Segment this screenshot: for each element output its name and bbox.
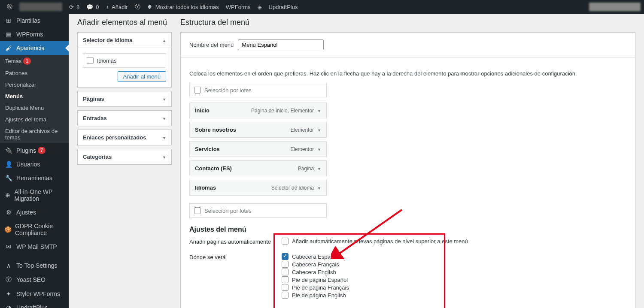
arrow-up-icon: ∧ — [4, 262, 13, 269]
add-new[interactable]: +Añadir — [102, 0, 131, 14]
metabox-head-categorias[interactable]: Categorías — [78, 149, 171, 164]
bulk-select-top: Selección por lotes — [189, 83, 327, 97]
idiomas-checkbox[interactable] — [87, 57, 94, 64]
menu-item-title: Inicio — [195, 107, 210, 114]
wp-logo[interactable]: ⓦ — [3, 0, 16, 14]
admin-sidebar: ⊞Plantillas ▤WPForms 🖌Apariencia Temas1 … — [0, 14, 69, 308]
brush-icon: 🖌 — [4, 45, 13, 51]
menu-item[interactable]: Sobre nosotrosElementor — [189, 122, 327, 138]
sidebar-label: Menús — [5, 93, 23, 100]
sub-ajustes-tema[interactable]: Ajustes del tema — [0, 114, 69, 125]
sidebar-wpforms[interactable]: ▤WPForms — [0, 27, 69, 41]
chevron-down-icon — [159, 115, 166, 121]
forms-icon: ▤ — [4, 31, 13, 38]
location-option[interactable]: Cabecera Français — [282, 261, 626, 268]
sub-patrones[interactable]: Patrones — [0, 67, 69, 79]
templates-icon: ⊞ — [4, 17, 13, 24]
sidebar-ajustes[interactable]: ⚙Ajustes — [0, 205, 69, 219]
migration-icon: ⊕ — [4, 192, 11, 199]
menu-item[interactable]: ServiciosElementor — [189, 141, 327, 157]
toolbar-right — [589, 3, 641, 11]
metabox-head-enlaces[interactable]: Enlaces personalizados — [78, 130, 171, 145]
chevron-down-icon — [159, 96, 166, 102]
menu-item-title: Contacto (ES) — [195, 165, 232, 172]
menu-item[interactable]: InicioPágina de inicio, Elementor — [189, 103, 327, 118]
yoast-icon: Ⓨ — [4, 276, 13, 284]
location-checkbox[interactable] — [282, 276, 289, 283]
structure-title: Estructura del menú — [180, 18, 635, 27]
bulk-checkbox[interactable] — [194, 87, 201, 94]
settings-icon: ⚙ — [4, 209, 13, 216]
sub-duplicate[interactable]: Duplicate Menu — [0, 102, 69, 114]
users-icon: 👤 — [4, 161, 13, 168]
show-langs-label: Mostrar todos los idiomas — [155, 4, 219, 10]
comments[interactable]: 💬0 — [83, 0, 102, 14]
sidebar-migration[interactable]: ⊕All-in-One WP Migration — [0, 185, 69, 205]
location-checkbox[interactable] — [282, 253, 289, 260]
comment-icon: 💬 — [86, 4, 93, 10]
location-checkbox[interactable] — [282, 269, 289, 275]
auto-add-option[interactable]: Añadir automáticamente nuevas páginas de… — [282, 238, 626, 245]
yoast-toolbar[interactable]: Ⓨ — [131, 0, 144, 14]
sidebar-label: Editor de archivos de temas — [5, 128, 64, 141]
sub-menus[interactable]: Menús — [0, 91, 69, 102]
sidebar-label: Usuarios — [16, 161, 40, 168]
location-option[interactable]: Cabecera English — [282, 269, 626, 275]
location-option[interactable]: Pie de página Français — [282, 284, 626, 291]
refresh-icon: ⟳ — [69, 4, 74, 10]
sidebar-usuarios[interactable]: 👤Usuarios — [0, 157, 69, 171]
updates[interactable]: ⟳8 — [66, 0, 83, 14]
sidebar-styler[interactable]: ✦Styler WPForms — [0, 287, 69, 301]
auto-add-checkbox[interactable] — [282, 238, 289, 245]
sidebar-gdpr[interactable]: 🍪GDPR Cookie Compliance — [0, 219, 69, 240]
sidebar-label: Styler WPForms — [16, 290, 60, 297]
auto-add-text: Añadir automáticamente nuevas páginas de… — [292, 238, 468, 245]
location-label: Cabecera English — [292, 269, 336, 275]
menu-name-input[interactable] — [238, 39, 324, 50]
updraft-toolbar[interactable]: UpdraftPlus — [265, 0, 301, 14]
menu-item-type: Elementor — [290, 146, 321, 152]
instructions-text: Coloca los elementos en el orden que pre… — [189, 70, 626, 77]
sidebar-label: Ajustes del tema — [5, 116, 46, 123]
sub-editor[interactable]: Editor de archivos de temas — [0, 125, 69, 143]
cookie-icon: 🍪 — [4, 226, 12, 233]
lscache-toolbar[interactable]: ◈ — [254, 0, 265, 14]
sidebar-updraft[interactable]: ◑UpdraftPlus — [0, 301, 69, 308]
diamond-icon: ◈ — [258, 4, 262, 10]
sidebar-mailsmtp[interactable]: ✉WP Mail SMTP — [0, 240, 69, 254]
sub-personalizar[interactable]: Personalizar — [0, 79, 69, 91]
sidebar-label: Ajustes — [16, 209, 36, 216]
location-checkbox[interactable] — [282, 261, 289, 268]
metabox-head-paginas[interactable]: Páginas — [78, 91, 171, 106]
menu-item-title: Servicios — [195, 146, 220, 152]
metabox-head-selector[interactable]: Selector de idioma — [78, 33, 171, 48]
metabox-title: Enlaces personalizados — [83, 134, 146, 141]
wpforms-toolbar[interactable]: WPForms — [222, 0, 254, 14]
menu-item[interactable]: IdiomasSelector de idioma — [189, 180, 327, 196]
sidebar-plugins[interactable]: 🔌Plugins7 — [0, 143, 69, 157]
location-checkbox[interactable] — [282, 292, 289, 299]
sidebar-apariencia[interactable]: 🖌Apariencia — [0, 41, 69, 55]
updraft-label: UpdraftPlus — [269, 4, 298, 10]
sidebar-plantillas[interactable]: ⊞Plantillas — [0, 14, 69, 27]
site-name[interactable] — [16, 0, 66, 14]
show-langs[interactable]: 🗣Mostrar todos los idiomas — [144, 0, 222, 14]
wpforms-label: WPForms — [226, 4, 251, 10]
add-to-menu-button[interactable]: Añadir al menú — [118, 71, 166, 82]
sidebar-label: Yoast SEO — [16, 276, 46, 283]
metabox-selector-idioma: Selector de idioma Idiomas Añadir al men… — [77, 32, 172, 88]
metabox-head-entradas[interactable]: Entradas — [78, 111, 171, 126]
sub-temas[interactable]: Temas1 — [0, 55, 69, 67]
location-option[interactable]: Cabecera Español — [282, 253, 626, 260]
menu-item[interactable]: Contacto (ES)Página — [189, 160, 327, 176]
location-option[interactable]: Pie de página English — [282, 292, 626, 299]
user-account[interactable] — [589, 3, 641, 11]
location-checkbox[interactable] — [282, 284, 289, 291]
location-option[interactable]: Pie de página Español — [282, 276, 626, 283]
sidebar-herramientas[interactable]: 🔧Herramientas — [0, 171, 69, 185]
sidebar-label: Apariencia — [16, 45, 45, 51]
sidebar-yoast[interactable]: ⓎYoast SEO — [0, 272, 69, 287]
sidebar-totop[interactable]: ∧To Top Settings — [0, 259, 69, 272]
bulk-checkbox[interactable] — [194, 207, 201, 214]
bulk-label: Selección por lotes — [204, 208, 252, 214]
